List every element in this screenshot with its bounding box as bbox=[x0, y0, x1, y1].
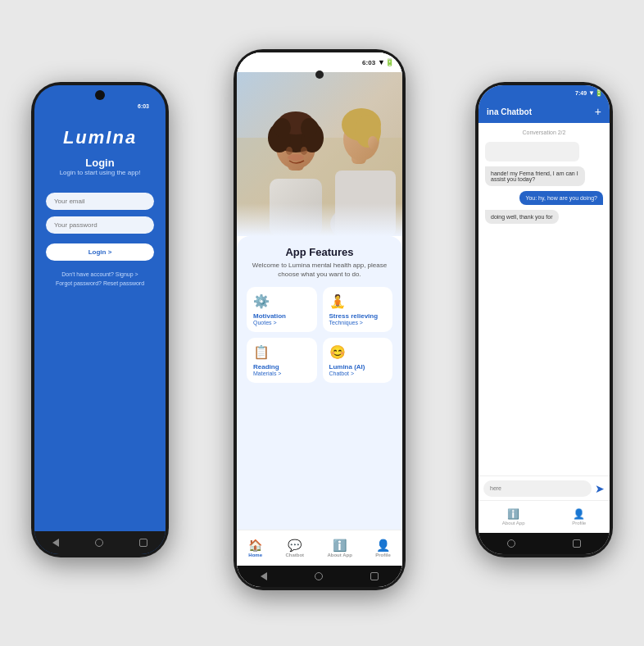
motivation-icon: ⚙️ bbox=[253, 293, 311, 309]
center-phone: 6:03 ▼🔋 bbox=[234, 49, 406, 590]
motivation-name: Motivation bbox=[253, 312, 311, 320]
status-time-center: 6:03 bbox=[362, 59, 375, 66]
recents-button[interactable] bbox=[139, 539, 147, 547]
bottom-nav-center: 🏠 Home 💬 Chatbot ℹ️ About App 👤 Profile bbox=[237, 530, 402, 566]
recents-center[interactable] bbox=[370, 572, 379, 580]
features-subtitle: Welcome to Lumina mental health app, ple… bbox=[247, 261, 392, 279]
password-input[interactable] bbox=[46, 216, 154, 234]
chat-bubble-2: You: hy, how are you doing? bbox=[519, 191, 603, 205]
lumina-ai-action[interactable]: Chatbot > bbox=[329, 371, 387, 376]
chat-screen: 7:49 ▼🔋 ina Chatbot + Conversation 2/2 h… bbox=[478, 85, 610, 554]
nav-about[interactable]: ℹ️ About App bbox=[327, 539, 351, 557]
chatbot-nav-label: Chatbot bbox=[285, 553, 304, 557]
login-links: Don't have account? Signup > Forgot pass… bbox=[56, 271, 144, 288]
left-phone: 6:03 LumIna Login Login to start using t… bbox=[31, 82, 169, 557]
chat-profile-label: Profile bbox=[572, 521, 586, 525]
conversation-label: Conversation 2/2 bbox=[485, 130, 603, 135]
nav-profile[interactable]: 👤 Profile bbox=[375, 539, 391, 557]
stress-name: Stress relieving bbox=[329, 312, 387, 320]
recents-right[interactable] bbox=[573, 539, 581, 548]
reading-card[interactable]: 📋 Reading Materials > bbox=[247, 338, 317, 383]
reading-icon: 📋 bbox=[253, 344, 311, 360]
lumina-logo-left: LumIna bbox=[63, 127, 137, 148]
about-nav-label: About App bbox=[327, 553, 351, 557]
reset-link[interactable]: Forgot password? Reset password bbox=[56, 280, 144, 289]
svg-point-10 bbox=[274, 118, 291, 138]
center-phone-inner: 6:03 ▼🔋 bbox=[237, 52, 402, 587]
chat-body: Conversation 2/2 hande! my Fema friend, … bbox=[478, 123, 610, 475]
profile-nav-label: Profile bbox=[375, 553, 391, 557]
send-button[interactable]: ➤ bbox=[595, 482, 605, 495]
chat-bubble-3: doing well, thank you for bbox=[485, 210, 559, 224]
chat-profile-nav[interactable]: 👤 Profile bbox=[572, 508, 586, 525]
photo-area bbox=[237, 72, 402, 236]
chat-input[interactable] bbox=[483, 480, 592, 497]
reading-action[interactable]: Materials > bbox=[253, 371, 311, 376]
android-nav-left bbox=[34, 531, 166, 554]
login-button[interactable]: Login > bbox=[46, 243, 154, 261]
home-nav-label: Home bbox=[248, 553, 262, 557]
center-screen: 6:03 ▼🔋 bbox=[237, 52, 402, 587]
motivation-action[interactable]: Quotes > bbox=[253, 320, 311, 325]
lumina-ai-card[interactable]: 😊 Lumina (AI) Chatbot > bbox=[323, 338, 393, 383]
chat-header-title: ina Chatbot bbox=[487, 107, 532, 116]
chatbot-nav-icon: 💬 bbox=[288, 539, 302, 552]
back-button[interactable] bbox=[52, 539, 59, 547]
nav-home[interactable]: 🏠 Home bbox=[248, 539, 262, 557]
status-time-right: 7:49 bbox=[575, 90, 587, 96]
stress-icon: 🧘 bbox=[329, 293, 387, 309]
android-nav-right bbox=[478, 533, 610, 554]
email-input[interactable] bbox=[46, 193, 154, 210]
reading-name: Reading bbox=[253, 363, 311, 371]
chat-about-nav[interactable]: ℹ️ About App bbox=[502, 508, 525, 525]
chat-about-icon: ℹ️ bbox=[507, 508, 519, 520]
android-nav-center bbox=[237, 566, 402, 587]
signup-link[interactable]: Don't have account? Signup > bbox=[56, 271, 144, 280]
login-title: Login bbox=[85, 157, 114, 169]
scene: 6:03 LumIna Login Login to start using t… bbox=[0, 0, 644, 646]
features-card: App Features Welcome to Lumina mental he… bbox=[237, 236, 402, 530]
home-right[interactable] bbox=[507, 539, 515, 548]
lumina-ai-name: Lumina (AI) bbox=[329, 363, 387, 371]
features-title: App Features bbox=[247, 246, 392, 258]
chat-profile-icon: 👤 bbox=[573, 508, 585, 520]
lumina-ai-icon: 😊 bbox=[329, 344, 387, 360]
center-notch bbox=[315, 71, 324, 79]
svg-point-21 bbox=[368, 136, 378, 149]
conversation-item[interactable] bbox=[485, 142, 579, 162]
chat-input-area: ➤ bbox=[478, 475, 610, 500]
chat-about-label: About App bbox=[502, 521, 525, 525]
svg-point-11 bbox=[301, 118, 317, 138]
stress-action[interactable]: Techniques > bbox=[329, 320, 387, 325]
home-center[interactable] bbox=[315, 572, 323, 580]
login-subtitle: Login to start using the app! bbox=[60, 169, 141, 176]
left-phone-inner: 6:03 LumIna Login Login to start using t… bbox=[34, 85, 166, 554]
chat-bottom-nav: ℹ️ About App 👤 Profile bbox=[478, 500, 610, 533]
chat-header: ina Chatbot + bbox=[478, 100, 610, 123]
profile-nav-icon: 👤 bbox=[376, 539, 390, 552]
notch bbox=[95, 90, 105, 100]
home-nav-icon: 🏠 bbox=[248, 539, 262, 552]
login-screen: 6:03 LumIna Login Login to start using t… bbox=[34, 85, 166, 554]
home-button[interactable] bbox=[95, 539, 103, 547]
back-center[interactable] bbox=[261, 572, 267, 580]
right-phone: 7:49 ▼🔋 ina Chatbot + Conversation 2/2 h… bbox=[475, 82, 613, 557]
about-nav-icon: ℹ️ bbox=[333, 539, 347, 552]
add-conversation-button[interactable]: + bbox=[595, 105, 601, 118]
svg-point-14 bbox=[288, 154, 304, 161]
nav-chatbot[interactable]: 💬 Chatbot bbox=[285, 539, 304, 557]
motivation-card[interactable]: ⚙️ Motivation Quotes > bbox=[247, 287, 317, 332]
chat-bubble-1: hande! my Fema friend, I am can I assist… bbox=[485, 166, 585, 186]
svg-point-12 bbox=[286, 147, 293, 155]
stress-card[interactable]: 🧘 Stress relieving Techniques > bbox=[323, 287, 393, 332]
features-grid: ⚙️ Motivation Quotes > 🧘 Stress relievin… bbox=[247, 287, 392, 383]
svg-point-13 bbox=[301, 147, 307, 155]
status-time-left: 6:03 bbox=[138, 103, 149, 109]
right-phone-inner: 7:49 ▼🔋 ina Chatbot + Conversation 2/2 h… bbox=[478, 85, 610, 554]
